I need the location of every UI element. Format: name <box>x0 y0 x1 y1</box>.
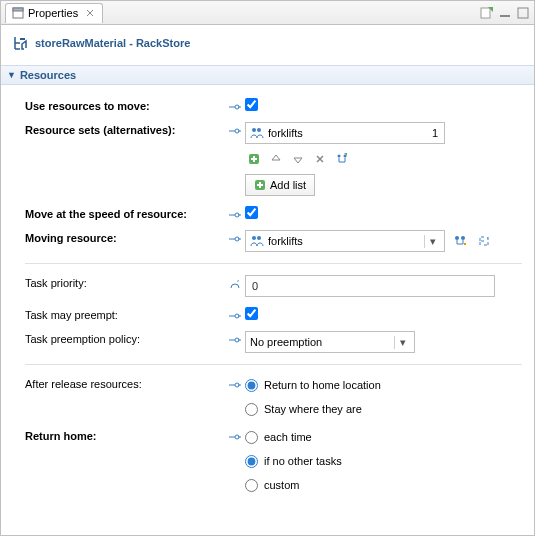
mode-marker-icon[interactable] <box>225 331 245 345</box>
checkbox-move-at-speed[interactable] <box>245 206 258 219</box>
label-task-priority: Task priority: <box>25 275 225 289</box>
section-title: Resources <box>20 69 76 81</box>
svg-point-12 <box>338 155 341 158</box>
select-moving-resource[interactable]: forklifts ▾ <box>245 230 445 252</box>
svg-rect-7 <box>518 8 528 18</box>
label-task-may-preempt: Task may preempt: <box>25 307 225 321</box>
mode-marker-icon[interactable] <box>225 307 245 321</box>
mode-marker-icon[interactable] <box>225 98 245 112</box>
goto-resource-button[interactable] <box>451 232 469 250</box>
select-preemption-policy-value: No preemption <box>250 336 322 348</box>
maximize-icon[interactable] <box>516 6 530 20</box>
minimize-icon[interactable] <box>498 6 512 20</box>
section-resources-header[interactable]: ▼ Resources <box>1 65 534 85</box>
move-down-button[interactable] <box>289 150 307 168</box>
resource-set-qty: 1 <box>418 127 440 139</box>
rackstore-icon <box>13 35 29 51</box>
label-use-resources: Use resources to move: <box>25 98 225 112</box>
radio-custom[interactable] <box>245 479 258 492</box>
delete-button[interactable] <box>311 150 329 168</box>
svg-point-17 <box>257 236 261 240</box>
add-list-label: Add list <box>270 179 306 191</box>
label-after-release: After release resources: <box>25 376 225 390</box>
checkbox-use-resources[interactable] <box>245 98 258 111</box>
block-type: RackStore <box>136 37 190 49</box>
radio-each-time-label: each time <box>264 431 312 443</box>
radio-if-no-tasks-label: if no other tasks <box>264 455 342 467</box>
people-icon <box>250 127 264 139</box>
radio-if-no-tasks[interactable] <box>245 455 258 468</box>
link-button[interactable] <box>333 150 351 168</box>
svg-point-16 <box>252 236 256 240</box>
mode-marker-icon[interactable] <box>225 428 245 442</box>
section-resources-body: Use resources to move: Resource sets (al… <box>1 85 534 507</box>
svg-point-18 <box>455 236 459 240</box>
label-return-home: Return home: <box>25 428 225 442</box>
svg-point-10 <box>257 128 261 132</box>
svg-marker-8 <box>20 38 25 40</box>
select-preemption-policy[interactable]: No preemption ▾ <box>245 331 415 353</box>
input-task-priority[interactable]: 0 <box>245 275 495 297</box>
chevron-down-icon: ▾ <box>394 336 410 349</box>
radio-stay[interactable] <box>245 403 258 416</box>
chevron-down-icon: ▾ <box>424 235 440 248</box>
svg-point-19 <box>461 236 465 240</box>
mode-marker-icon[interactable] <box>225 376 245 390</box>
label-resource-sets: Resource sets (alternatives): <box>25 122 225 136</box>
label-move-at-speed: Move at the speed of resource: <box>25 206 225 220</box>
create-resource-button[interactable] <box>475 232 493 250</box>
dynamic-marker-icon[interactable] <box>225 275 245 291</box>
mode-marker-icon[interactable] <box>225 230 245 244</box>
properties-tab-label: Properties <box>28 7 78 19</box>
radio-return-home-label: Return to home location <box>264 379 381 391</box>
resource-set-toolbar <box>245 150 522 168</box>
checkbox-task-may-preempt[interactable] <box>245 307 258 320</box>
radio-return-home[interactable] <box>245 379 258 392</box>
chevron-down-icon: ▼ <box>7 70 16 80</box>
label-moving-resource: Moving resource: <box>25 230 225 244</box>
view-menu-icon[interactable] <box>480 6 494 20</box>
properties-tab[interactable]: Properties <box>5 3 103 23</box>
properties-tab-icon <box>12 7 24 19</box>
svg-point-9 <box>252 128 256 132</box>
people-icon <box>250 235 264 247</box>
close-icon[interactable] <box>84 7 96 19</box>
mode-marker-icon[interactable] <box>225 206 245 220</box>
separator <box>25 263 522 264</box>
block-name: storeRawMaterial <box>35 37 126 49</box>
resource-set-name: forklifts <box>268 127 418 139</box>
input-task-priority-value: 0 <box>252 280 258 292</box>
mode-marker-icon[interactable] <box>225 122 245 136</box>
add-button[interactable] <box>245 150 263 168</box>
block-title: storeRawMaterial - RackStore <box>1 25 534 65</box>
radio-stay-label: Stay where they are <box>264 403 362 415</box>
radio-custom-label: custom <box>264 479 299 491</box>
label-preemption-policy: Task preemption policy: <box>25 331 225 345</box>
move-up-button[interactable] <box>267 150 285 168</box>
tabbar: Properties <box>1 1 534 25</box>
svg-rect-6 <box>500 15 510 17</box>
tabbar-controls <box>480 6 530 20</box>
radio-each-time[interactable] <box>245 431 258 444</box>
select-moving-resource-value: forklifts <box>268 235 303 247</box>
resource-set-row[interactable]: forklifts 1 <box>245 122 445 144</box>
separator <box>25 364 522 365</box>
svg-rect-4 <box>481 8 490 18</box>
add-list-button[interactable]: Add list <box>245 174 315 196</box>
svg-rect-1 <box>13 8 23 11</box>
